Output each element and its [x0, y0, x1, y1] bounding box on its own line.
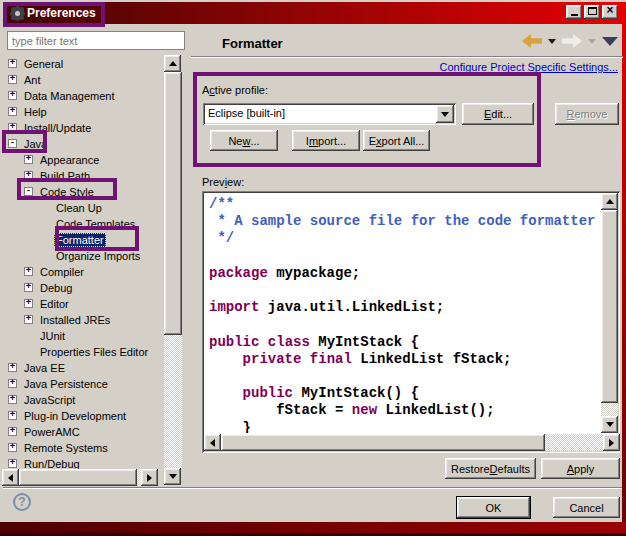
expand-plus-icon[interactable]: + — [8, 411, 17, 420]
preview-vscroll-track[interactable] — [601, 403, 618, 416]
tree-item-clean-up[interactable]: Clean Up — [0, 200, 188, 216]
tree-item-properties-files-editor[interactable]: Properties Files Editor — [0, 344, 188, 360]
view-menu-icon[interactable] — [602, 37, 618, 46]
tree-item-general[interactable]: +General — [0, 56, 188, 72]
expand-plus-icon[interactable]: + — [8, 363, 17, 372]
tree-item-help[interactable]: +Help — [0, 104, 188, 120]
code-line — [209, 282, 601, 299]
scroll-down-icon[interactable] — [601, 416, 618, 433]
back-arrow-icon[interactable] — [522, 34, 542, 48]
tree-vscroll-thumb[interactable] — [164, 72, 182, 335]
tree-item-code-templates[interactable]: Code Templates — [0, 216, 188, 232]
scroll-left-icon[interactable] — [204, 434, 221, 451]
expand-plus-icon[interactable]: + — [8, 443, 17, 452]
preview-hscroll-track[interactable] — [545, 434, 603, 451]
tree-item-ant[interactable]: +Ant — [0, 72, 188, 88]
tree-item-install-update[interactable]: +Install/Update — [0, 120, 188, 136]
tree-item-compiler[interactable]: +Compiler — [0, 264, 188, 280]
help-button[interactable]: ? — [13, 493, 31, 511]
preview-hscroll-thumb[interactable] — [221, 434, 545, 451]
expand-plus-icon[interactable]: + — [8, 459, 17, 468]
expand-plus-icon[interactable]: + — [8, 123, 17, 132]
expand-plus-icon[interactable]: + — [8, 91, 17, 100]
remove-button[interactable]: Remove — [555, 103, 619, 125]
scroll-right-icon[interactable] — [141, 469, 158, 486]
tree-item-java[interactable]: -Java — [0, 136, 188, 152]
tree-item-label: PowerAMC — [22, 425, 82, 439]
tree-item-organize-imports[interactable]: Organize Imports — [0, 248, 188, 264]
scroll-left-icon[interactable] — [2, 469, 19, 486]
button-bar-separator — [3, 487, 622, 489]
collapse-minus-icon[interactable]: - — [8, 139, 17, 148]
tree-item-label: Properties Files Editor — [38, 345, 150, 359]
import-button[interactable]: Import... — [292, 130, 360, 151]
scroll-up-icon[interactable] — [164, 55, 181, 72]
tree-item-label: Appearance — [38, 153, 101, 167]
code-line: * A sample source file for the code form… — [209, 213, 601, 230]
new-button[interactable]: New... — [210, 130, 278, 151]
close-button[interactable]: × — [602, 5, 618, 19]
nav-toolbar — [522, 33, 622, 49]
cancel-button[interactable]: Cancel — [553, 497, 620, 518]
expand-plus-icon[interactable]: + — [24, 155, 33, 164]
tree-vertical-scrollbar[interactable] — [164, 55, 182, 485]
tree-item-javascript[interactable]: +JavaScript — [0, 392, 188, 408]
configure-project-settings-link[interactable]: Configure Project Specific Settings... — [439, 61, 618, 73]
collapse-minus-icon[interactable]: - — [24, 187, 33, 196]
tree-item-label: Ant — [22, 73, 43, 87]
expand-plus-icon[interactable]: + — [8, 107, 17, 116]
expand-plus-icon[interactable]: + — [24, 267, 33, 276]
window-titlebar[interactable]: Preferences × — [3, 2, 623, 24]
scroll-up-icon[interactable] — [601, 193, 618, 210]
preview-vscroll-thumb[interactable] — [601, 210, 618, 403]
tree-item-plug-in-development[interactable]: +Plug-in Development — [0, 408, 188, 424]
back-history-dropdown-icon[interactable] — [548, 39, 556, 44]
edit-button[interactable]: Edit... — [462, 103, 534, 125]
minimize-button[interactable] — [566, 5, 582, 19]
forward-history-dropdown-icon[interactable] — [588, 39, 596, 44]
tree-hscroll-thumb[interactable] — [19, 469, 137, 486]
tree-item-label: JUnit — [38, 329, 67, 343]
tree-item-appearance[interactable]: +Appearance — [0, 152, 188, 168]
tree-item-installed-jres[interactable]: +Installed JREs — [0, 312, 188, 328]
active-profile-combobox[interactable]: Eclipse [built-in] — [203, 103, 456, 125]
expand-plus-icon[interactable]: + — [8, 379, 17, 388]
tree-item-build-path[interactable]: +Build Path — [0, 168, 188, 184]
tree-item-junit[interactable]: JUnit — [0, 328, 188, 344]
expand-plus-icon[interactable]: + — [24, 299, 33, 308]
tree-item-java-persistence[interactable]: +Java Persistence — [0, 376, 188, 392]
preview-horizontal-scrollbar[interactable] — [204, 434, 620, 451]
apply-button[interactable]: Apply — [541, 458, 620, 479]
expand-plus-icon[interactable]: + — [8, 59, 17, 68]
tree-item-formatter[interactable]: Formatter — [0, 232, 188, 248]
expand-plus-icon[interactable]: + — [24, 283, 33, 292]
expand-plus-icon[interactable]: + — [24, 171, 33, 180]
tree-item-debug[interactable]: +Debug — [0, 280, 188, 296]
scroll-down-icon[interactable] — [164, 468, 181, 485]
tree-item-code-style[interactable]: -Code Style — [0, 184, 188, 200]
expand-plus-icon[interactable]: + — [24, 315, 33, 324]
expand-plus-icon[interactable]: + — [8, 395, 17, 404]
export-all-button[interactable]: Export All... — [363, 130, 430, 151]
tree-item-poweramc[interactable]: +PowerAMC — [0, 424, 188, 440]
tree-vscroll-track[interactable] — [164, 335, 182, 468]
tree-item-java-ee[interactable]: +Java EE — [0, 360, 188, 376]
scroll-right-icon[interactable] — [603, 434, 620, 451]
tree-item-data-management[interactable]: +Data Management — [0, 88, 188, 104]
expand-plus-icon[interactable]: + — [8, 427, 17, 436]
code-preview[interactable]: /** * A sample source file for the code … — [204, 193, 601, 433]
preview-vertical-scrollbar[interactable] — [601, 193, 619, 433]
forward-arrow-icon[interactable] — [562, 34, 582, 48]
tree-item-editor[interactable]: +Editor — [0, 296, 188, 312]
maximize-button[interactable] — [584, 5, 600, 19]
ok-button[interactable]: OK — [457, 497, 530, 518]
code-line: public class MyIntStack { — [209, 334, 601, 351]
tree-item-remote-systems[interactable]: +Remote Systems — [0, 440, 188, 456]
filter-input[interactable] — [7, 31, 185, 50]
code-line — [209, 316, 601, 333]
minimize-icon — [571, 14, 578, 16]
expand-plus-icon[interactable]: + — [8, 75, 17, 84]
combobox-dropdown-icon[interactable] — [436, 105, 454, 123]
tree-horizontal-scrollbar[interactable] — [2, 469, 158, 486]
restore-defaults-button[interactable]: Restore Defaults — [445, 458, 536, 479]
